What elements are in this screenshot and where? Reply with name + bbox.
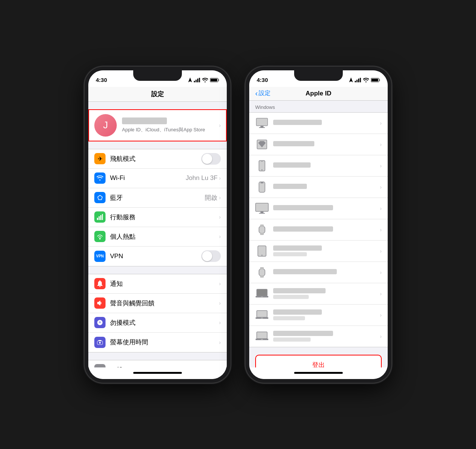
- row-label-cellular: 行動服務: [110, 213, 219, 222]
- device-row-8[interactable]: ›: [249, 262, 388, 283]
- airplane-icon: ✈: [94, 153, 106, 164]
- device-sub-9: [273, 295, 309, 299]
- profile-row[interactable]: J Apple ID、iCloud、iTunes與App Store ›: [88, 109, 227, 141]
- device-row-11[interactable]: ›: [249, 326, 388, 347]
- device-info-5: [273, 205, 380, 212]
- row-hotspot[interactable]: 個人熱點 ›: [88, 227, 227, 247]
- row-value-wifi: John Lu 3F: [186, 174, 217, 182]
- row-vpn[interactable]: VPN VPN: [88, 247, 227, 266]
- old-iphone-icon: [255, 159, 269, 172]
- svg-rect-28: [372, 79, 378, 81]
- device-name-6: [273, 226, 333, 232]
- nav-title-1: 設定: [151, 90, 164, 98]
- row-bluetooth[interactable]: ⬠ 藍牙 開啟 ›: [88, 188, 227, 208]
- svg-rect-37: [259, 182, 265, 192]
- device-sub-11: [273, 337, 311, 342]
- wifi-chevron: ›: [219, 175, 221, 181]
- device-chevron-7: ›: [380, 248, 382, 254]
- svg-rect-1: [196, 80, 197, 82]
- svg-rect-31: [259, 127, 265, 128]
- sound-icon: [94, 297, 106, 309]
- device-chevron-1: ›: [380, 120, 382, 126]
- svg-rect-49: [260, 275, 264, 278]
- settings-scroll[interactable]: J Apple ID、iCloud、iTunes與App Store › ✈: [88, 102, 227, 367]
- location-icon: [188, 77, 192, 82]
- windows-header: Windows: [249, 101, 388, 112]
- device-row-10[interactable]: ›: [249, 305, 388, 326]
- device-name-11: [273, 331, 333, 336]
- row-value-bluetooth: 開啟: [205, 193, 217, 202]
- watch2-icon: [255, 266, 269, 279]
- status-icons-1: [188, 77, 219, 82]
- svg-rect-52: [261, 296, 263, 297]
- device-row-4[interactable]: ›: [249, 177, 388, 198]
- device-chevron-8: ›: [380, 269, 382, 275]
- row-wifi[interactable]: Wi-Fi John Lu 3F ›: [88, 169, 227, 188]
- device-name-4: [273, 184, 307, 189]
- screentime-icon: [94, 337, 106, 348]
- svg-rect-53: [257, 311, 267, 317]
- notch-2: [294, 70, 343, 81]
- row-label-wifi: Wi-Fi: [110, 174, 186, 182]
- toggle-airplane[interactable]: [201, 153, 221, 165]
- notifications-icon: [94, 278, 106, 289]
- row-cellular[interactable]: 行動服務 ›: [88, 208, 227, 227]
- bottom-bar-2: [249, 367, 388, 379]
- dnd-icon: [94, 317, 106, 328]
- row-screentime[interactable]: 螢幕使用時間 ›: [88, 333, 227, 352]
- svg-rect-41: [259, 213, 265, 214]
- svg-rect-44: [260, 233, 264, 235]
- device-row-6[interactable]: ›: [249, 219, 388, 241]
- hotspot-icon: [94, 231, 106, 242]
- appleid-scroll[interactable]: Windows ›: [249, 101, 388, 367]
- phone-1: 4:30: [85, 67, 231, 383]
- macbook-silver2-icon: [255, 330, 269, 343]
- row-general[interactable]: 一般 ›: [88, 360, 227, 367]
- device-name-3: [273, 162, 311, 168]
- device-row-5[interactable]: ›: [249, 198, 388, 219]
- device-row-9[interactable]: ›: [249, 283, 388, 305]
- row-label-screentime: 螢幕使用時間: [110, 338, 219, 346]
- home-indicator-1: [133, 372, 182, 374]
- svg-rect-8: [100, 215, 101, 220]
- toggle-vpn[interactable]: [201, 250, 221, 262]
- svg-point-35: [262, 169, 263, 170]
- battery-icon-2: [371, 78, 380, 82]
- device-row-1[interactable]: ›: [249, 113, 388, 134]
- device-name-8: [273, 269, 337, 274]
- bluetooth-icon: ⬠: [94, 192, 106, 203]
- svg-rect-58: [261, 339, 263, 340]
- svg-rect-24: [357, 80, 358, 82]
- nav-bar-1: 設定: [88, 87, 227, 102]
- device-row-7[interactable]: ›: [249, 241, 388, 262]
- macbook-silver-icon: [255, 308, 269, 322]
- cellular-icon: [94, 211, 106, 223]
- row-label-sound: 聲音與觸覺回饋: [110, 299, 219, 308]
- device-chevron-6: ›: [380, 227, 382, 233]
- nav-back-label: 設定: [259, 89, 271, 97]
- row-notifications[interactable]: 通知 ›: [88, 274, 227, 294]
- svg-point-46: [262, 254, 263, 256]
- row-dnd[interactable]: 勿擾模式 ›: [88, 313, 227, 333]
- device-info-10: [273, 309, 380, 320]
- bluetooth-chevron: ›: [219, 195, 221, 201]
- device-row-2[interactable]: ›: [249, 134, 388, 155]
- time-1: 4:30: [96, 77, 107, 83]
- svg-rect-6: [97, 218, 98, 220]
- iphonex-icon: [255, 180, 269, 194]
- row-sound[interactable]: 聲音與觸覺回饋 ›: [88, 294, 227, 313]
- device-row-3[interactable]: ›: [249, 155, 388, 177]
- vpn-icon: VPN: [94, 251, 106, 262]
- phone-2: 4:30: [245, 67, 391, 383]
- nav-back[interactable]: ‹ 設定: [255, 89, 271, 98]
- row-label-vpn: VPN: [110, 253, 201, 260]
- device-chevron-2: ›: [380, 141, 382, 147]
- device-name-1: [273, 120, 322, 125]
- wifi-status-icon-2: [363, 78, 369, 82]
- sign-out-button[interactable]: 登出: [255, 355, 382, 367]
- row-airplane[interactable]: ✈ 飛航模式: [88, 149, 227, 169]
- device-name-5: [273, 205, 333, 210]
- svg-rect-42: [259, 226, 265, 233]
- dnd-chevron: ›: [219, 320, 221, 326]
- settings-group-2: 通知 › 聲音與觸覺回饋 › 勿擾模式: [88, 274, 227, 352]
